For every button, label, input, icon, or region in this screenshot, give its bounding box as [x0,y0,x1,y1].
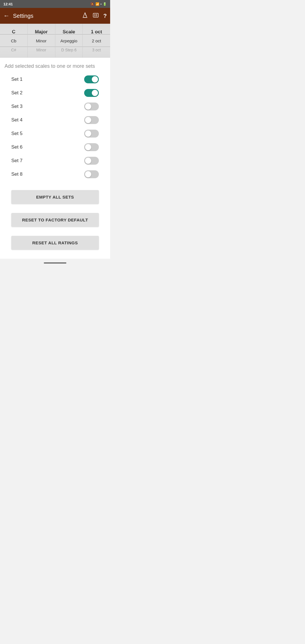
sets-section: Set 1Set 2Set 3Set 4Set 5Set 6Set 7Set 8 [0,73,110,181]
set-row-4: Set 4 [11,113,99,127]
svg-rect-3 [93,13,98,17]
status-time: 12:41 [3,2,13,6]
picker-kind-col[interactable]: Scale Arpeggio D Step 6 [55,24,83,57]
filter-icon[interactable] [93,12,99,20]
set-row-6: Set 6 [11,140,99,154]
battery-icon: 🔕 [90,2,94,6]
set-toggle-2[interactable] [84,89,99,97]
set-row-8: Set 8 [11,167,99,181]
set-toggle-7[interactable] [84,157,99,165]
picker-note-below: Cb [11,37,16,45]
set-label-1: Set 1 [11,77,23,82]
set-row-3: Set 3 [11,100,99,113]
set-toggle-3[interactable] [84,103,99,110]
svg-line-1 [85,13,86,16]
set-label-6: Set 6 [11,144,23,150]
set-label-5: Set 5 [11,131,23,136]
status-bar: 12:41 🔕 📶 ▪ 🔋 [0,0,110,8]
scale-picker[interactable]: C Cb C# Major Minor Minor Scale Arpeggio… [0,24,110,58]
picker-kind-below: Arpeggio [60,37,77,45]
set-label-4: Set 4 [11,117,23,123]
status-icons: 🔕 📶 ▪ 🔋 [90,2,107,6]
empty-all-sets-button[interactable]: EMPTY ALL SETS [11,190,99,204]
signal-icon: ▪ [101,2,102,6]
set-toggle-1[interactable] [84,75,99,83]
set-label-8: Set 8 [11,171,23,177]
set-toggle-4[interactable] [84,116,99,124]
reset-ratings-section: RESET ALL RATINGS [0,231,110,254]
set-label-2: Set 2 [11,90,23,96]
picker-type-below: Minor [36,37,47,45]
reset-factory-section: RESET TO FACTORY DEFAULT [0,208,110,231]
picker-octave-below: 2 oct [92,37,101,45]
picker-type-col[interactable]: Major Minor Minor [28,24,55,57]
set-label-7: Set 7 [11,158,23,164]
set-row-2: Set 2 [11,86,99,100]
set-row-7: Set 7 [11,154,99,167]
nav-indicator [44,262,66,264]
svg-marker-0 [83,13,87,18]
back-button[interactable]: ← [3,12,10,19]
app-bar-actions: ? [82,12,107,20]
set-toggle-8[interactable] [84,170,99,178]
empty-sets-section: EMPTY ALL SETS [0,186,110,208]
set-label-3: Set 3 [11,104,23,109]
page-title: Settings [13,13,79,19]
picker-octave-col[interactable]: 1 oct 2 oct 3 oct [83,24,110,57]
set-row-5: Set 5 [11,127,99,140]
section-title: Add selected scales to one or more sets [0,58,110,73]
reset-ratings-button[interactable]: RESET ALL RATINGS [11,236,99,250]
set-toggle-5[interactable] [84,130,99,138]
help-icon[interactable]: ? [103,13,107,19]
battery-level-icon: 🔋 [103,2,107,6]
picker-note-col[interactable]: C Cb C# [0,24,28,57]
main-content: Add selected scales to one or more sets … [0,58,110,259]
reset-factory-button[interactable]: RESET TO FACTORY DEFAULT [11,213,99,227]
set-toggle-6[interactable] [84,143,99,151]
metronome-icon[interactable] [82,12,88,20]
app-bar: ← Settings ? [0,8,110,24]
set-row-1: Set 1 [11,73,99,86]
wifi-icon: 📶 [95,2,99,6]
bottom-bar [0,259,110,267]
